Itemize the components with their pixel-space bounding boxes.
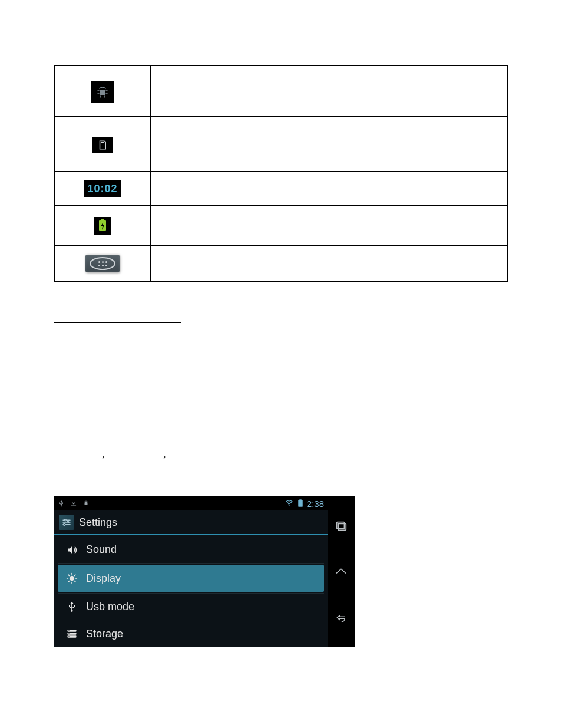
- svg-point-17: [67, 522, 69, 523]
- settings-title-text: Settings: [79, 516, 117, 529]
- brightness-icon: [66, 572, 78, 584]
- svg-line-27: [75, 575, 75, 575]
- settings-title-row: Settings: [54, 510, 328, 535]
- svg-rect-0: [100, 90, 105, 95]
- svg-rect-10: [85, 502, 88, 505]
- settings-menu-list: Sound Display Usb mode Storage: [54, 535, 328, 647]
- svg-point-16: [64, 519, 66, 521]
- usb-mode-icon: [66, 601, 78, 612]
- svg-point-32: [68, 633, 70, 634]
- menu-item-sound[interactable]: Sound: [58, 536, 324, 564]
- clock-icon: 10:02: [84, 180, 121, 197]
- menu-label: Display: [86, 572, 121, 585]
- svg-point-31: [68, 630, 70, 631]
- android-nav-bar: [328, 496, 355, 647]
- home-icon[interactable]: [334, 567, 348, 579]
- arrow-icon: →: [156, 449, 168, 465]
- legend-cell-battery: [55, 206, 150, 246]
- svg-point-33: [68, 636, 70, 637]
- menu-item-display[interactable]: Display: [58, 565, 324, 592]
- android-main-area: 2:38 Settings Sound Display Usb mode: [54, 496, 328, 647]
- android-debug-small-icon: [82, 499, 90, 508]
- svg-rect-7: [101, 142, 104, 143]
- legend-desc-android-debug: [150, 65, 507, 116]
- download-icon: [70, 499, 78, 508]
- legend-desc-battery: [150, 206, 507, 246]
- svg-rect-11: [298, 500, 303, 506]
- menu-label: Storage: [86, 628, 123, 640]
- legend-cell-app-drawer: [55, 246, 150, 281]
- legend-cell-android-debug: [55, 65, 150, 116]
- wifi-icon: [285, 499, 294, 508]
- legend-cell-sdcard: [55, 116, 150, 172]
- legend-desc-sdcard: [150, 116, 507, 172]
- battery-charging-icon: [94, 217, 111, 235]
- app-drawer-icon: [85, 255, 120, 272]
- menu-label: Sound: [86, 543, 117, 556]
- back-icon[interactable]: [334, 614, 348, 624]
- svg-rect-12: [299, 499, 302, 500]
- legend-cell-clock: 10:02: [55, 172, 150, 206]
- sdcard-icon: [92, 137, 113, 153]
- status-bar: 2:38: [54, 496, 328, 510]
- status-time: 2:38: [307, 499, 324, 509]
- svg-point-19: [70, 576, 74, 581]
- settings-sliders-icon: [59, 515, 74, 530]
- storage-icon: [66, 628, 78, 640]
- android-settings-screenshot: 2:38 Settings Sound Display Usb mode: [54, 496, 355, 647]
- section-underline: [54, 310, 181, 323]
- menu-label: Usb mode: [86, 601, 134, 613]
- clock-time-text: 10:02: [87, 183, 117, 195]
- menu-item-usbmode[interactable]: Usb mode: [58, 593, 324, 620]
- breadcrumb-arrows: → →: [54, 449, 508, 465]
- svg-rect-9: [101, 219, 104, 221]
- battery-status-icon: [297, 499, 303, 508]
- svg-line-25: [75, 581, 75, 582]
- android-debug-icon: [91, 81, 114, 103]
- usb-icon: [58, 499, 65, 508]
- menu-item-storage[interactable]: Storage: [58, 620, 324, 647]
- legend-desc-clock: [150, 172, 507, 206]
- svg-line-26: [68, 581, 69, 582]
- svg-point-18: [64, 523, 65, 525]
- sound-icon: [66, 544, 78, 556]
- arrow-icon: →: [94, 449, 107, 465]
- legend-desc-app-drawer: [150, 246, 507, 281]
- svg-line-24: [68, 575, 69, 575]
- icon-legend-table: 10:02: [54, 65, 508, 282]
- recent-apps-icon[interactable]: [335, 519, 348, 532]
